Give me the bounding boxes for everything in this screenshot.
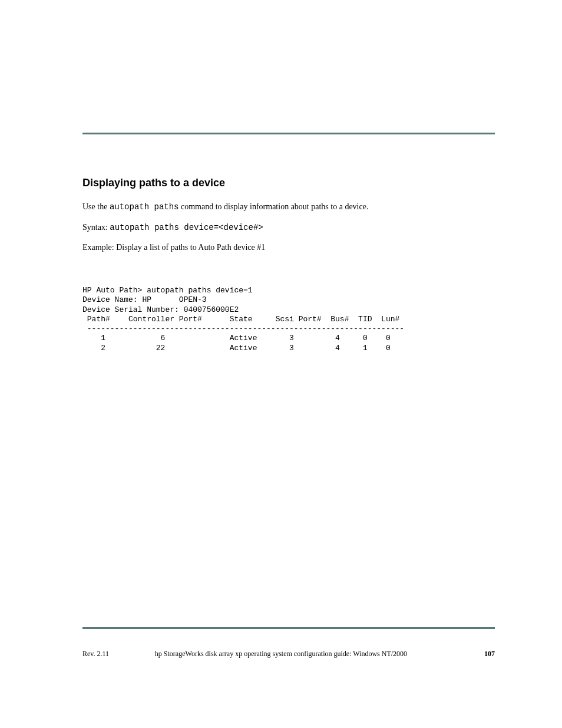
paragraph-syntax: Syntax: autopath paths device=<device#>: [82, 221, 495, 235]
page: Displaying paths to a device Use the aut…: [0, 0, 562, 728]
paragraph-example: Example: Display a list of paths to Auto…: [82, 241, 495, 254]
example-text: Display a list of paths to Auto Path dev…: [116, 243, 265, 252]
intro-suffix: command to display information about pat…: [179, 202, 369, 211]
footer-title: hp StorageWorks disk array xp operating …: [0, 650, 562, 658]
footer-page-number: 107: [484, 650, 495, 658]
syntax-code: autopath paths device=<device#>: [110, 223, 263, 232]
intro-prefix: Use the: [82, 202, 110, 211]
example-label: Example:: [82, 243, 114, 252]
console-output: HP Auto Path> autopath paths device=1 De…: [82, 286, 404, 353]
section-title: Displaying paths to a device: [82, 177, 225, 189]
top-divider: [82, 133, 495, 134]
intro-code: autopath paths: [110, 202, 179, 212]
body-text: Use the autopath paths command to displa…: [82, 200, 495, 261]
paragraph-intro: Use the autopath paths command to displa…: [82, 200, 495, 214]
bottom-divider: [82, 627, 495, 629]
syntax-label: Syntax:: [82, 223, 108, 232]
